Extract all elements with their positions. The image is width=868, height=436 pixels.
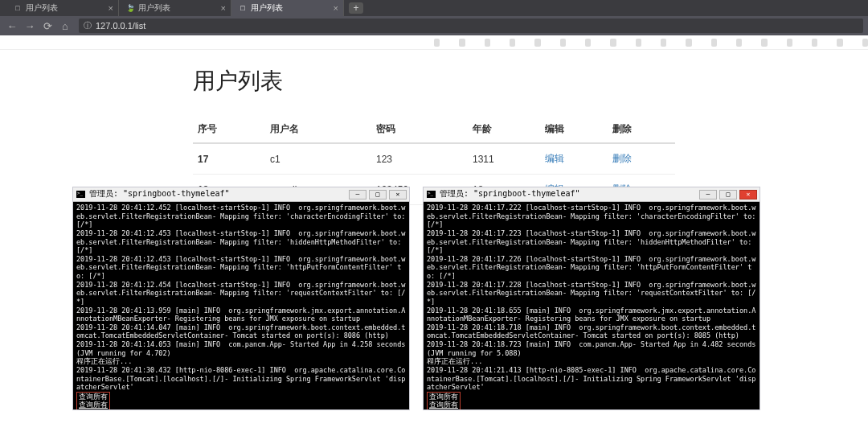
col-user: 用户名 xyxy=(265,116,371,143)
back-button[interactable]: ← xyxy=(5,20,19,32)
tab-title: 用户列表 xyxy=(251,2,283,14)
cell-pwd: 123 xyxy=(371,143,468,175)
url-input[interactable]: ⓘ 127.0.0.1/list xyxy=(79,19,863,33)
page-icon: □ xyxy=(13,3,23,13)
tab-title: 用户列表 xyxy=(138,2,170,14)
col-pwd: 密码 xyxy=(371,116,468,143)
new-tab-button[interactable]: + xyxy=(349,2,363,14)
url-text: 127.0.0.1/list xyxy=(96,21,145,31)
edit-link[interactable]: 编辑 xyxy=(545,153,564,164)
page-title: 用户列表 xyxy=(193,66,675,97)
close-button[interactable]: ✕ xyxy=(389,190,407,199)
close-icon[interactable]: × xyxy=(108,3,113,13)
minimize-button[interactable]: — xyxy=(349,190,366,199)
close-icon[interactable]: × xyxy=(221,3,226,13)
cell-id: 17 xyxy=(193,143,265,175)
tab-title: 用户列表 xyxy=(26,2,58,14)
delete-link[interactable]: 删除 xyxy=(612,153,632,164)
page-icon: □ xyxy=(238,3,248,13)
terminal-window: 管理员: "springboot-thymeleaf" — □ ✕ 2019-1… xyxy=(423,187,760,410)
browser-tab-active[interactable]: □ 用户列表 × xyxy=(231,0,344,16)
browser-tab-strip: □ 用户列表 × 🍃 用户列表 × □ 用户列表 × + xyxy=(0,0,868,16)
spring-icon: 🍃 xyxy=(125,3,135,13)
close-button[interactable]: ✕ xyxy=(739,190,757,199)
col-edit: 编辑 xyxy=(540,116,608,143)
col-age: 年龄 xyxy=(468,116,540,143)
terminal-title: 管理员: "springboot-thymeleaf" xyxy=(440,189,580,199)
maximize-button[interactable]: □ xyxy=(719,190,737,199)
maximize-button[interactable]: □ xyxy=(369,190,387,199)
forward-button[interactable]: → xyxy=(23,20,37,32)
terminal-titlebar[interactable]: 管理员: "springboot-thymeleaf" — □ ✕ xyxy=(424,187,760,202)
terminal-window: 管理员: "springboot-thymeleaf" — □ ✕ 2019-1… xyxy=(72,187,410,410)
reload-button[interactable]: ⟳ xyxy=(40,20,55,32)
info-icon: ⓘ xyxy=(84,20,92,31)
col-id: 序号 xyxy=(193,116,265,143)
bookmarks-bar xyxy=(0,35,868,50)
table-row: 17 c1 123 1311 编辑 删除 xyxy=(193,143,675,175)
minimize-button[interactable]: — xyxy=(699,190,717,199)
cell-age: 1311 xyxy=(468,143,540,175)
close-icon[interactable]: × xyxy=(334,3,338,13)
browser-tab[interactable]: □ 用户列表 × xyxy=(6,0,119,16)
terminal-output[interactable]: 2019-11-28 20:41:17.222 [localhost-start… xyxy=(424,202,760,409)
browser-tab[interactable]: 🍃 用户列表 × xyxy=(119,0,231,16)
terminal-title: 管理员: "springboot-thymeleaf" xyxy=(89,189,230,199)
address-bar: ← → ⟳ ⌂ ⓘ 127.0.0.1/list xyxy=(0,16,868,35)
terminal-output[interactable]: 2019-11-28 20:41:12.452 [localhost-start… xyxy=(73,202,409,409)
terminal-icon xyxy=(427,191,436,198)
terminal-icon xyxy=(76,191,85,198)
home-button[interactable]: ⌂ xyxy=(58,20,72,32)
col-del: 删除 xyxy=(608,116,675,143)
cell-user: c1 xyxy=(265,143,371,175)
terminal-titlebar[interactable]: 管理员: "springboot-thymeleaf" — □ ✕ xyxy=(73,187,409,202)
